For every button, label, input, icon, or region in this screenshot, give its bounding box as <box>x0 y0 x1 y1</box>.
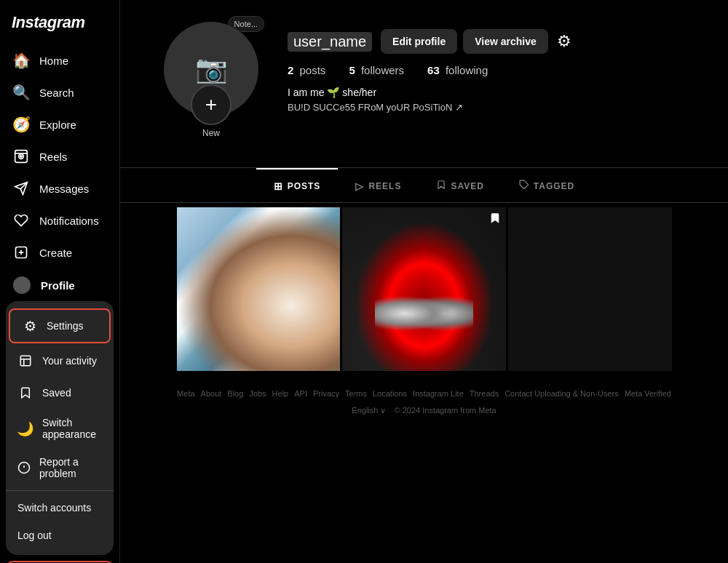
sidebar-item-create-label: Create <box>39 247 72 259</box>
following-stat[interactable]: 63 following <box>427 64 488 76</box>
saved-icon <box>17 385 33 401</box>
your-activity-icon <box>17 353 33 369</box>
posts-count: 2 <box>288 64 293 76</box>
tab-posts-label: POSTS <box>288 181 321 191</box>
sidebar-item-profile-label: Profile <box>41 279 75 292</box>
sidebar-item-reels-label: Reels <box>39 151 67 163</box>
followers-count: 5 <box>349 64 355 76</box>
logout-label: Log out <box>17 530 52 541</box>
new-story-button[interactable]: + New <box>191 84 232 138</box>
post-item-3 <box>508 207 672 371</box>
settings-icon: ⚙ <box>22 318 38 334</box>
sidebar-item-profile[interactable]: Profile <box>6 269 114 301</box>
sidebar-nav: 🏠 Home 🔍 Search 🧭 Explore Reels Messages <box>0 45 119 301</box>
reels-tab-icon: ▷ <box>355 180 364 192</box>
menu-item-your-activity[interactable]: Your activity <box>6 345 114 377</box>
edit-profile-button[interactable]: Edit profile <box>381 29 457 54</box>
report-problem-icon <box>17 460 31 476</box>
posts-tab-icon: ⊞ <box>274 180 283 192</box>
saved-tab-icon <box>436 180 446 192</box>
post-collab-badge <box>488 212 502 228</box>
create-icon <box>13 244 29 260</box>
following-label: following <box>443 64 488 76</box>
menu-item-saved[interactable]: Saved <box>6 377 114 409</box>
footer-link-meta[interactable]: Meta <box>177 387 194 402</box>
menu-item-report-problem[interactable]: Report a problem <box>6 448 114 487</box>
logout-button[interactable]: Log out <box>6 522 114 549</box>
posts-grid <box>177 205 672 373</box>
posts-grid-container <box>177 203 672 375</box>
new-story-circle[interactable]: + <box>191 84 232 125</box>
profile-info: user_name Edit profile View archive ⚙ 2 … <box>288 22 699 115</box>
new-story-label: New <box>202 128 220 138</box>
tagged-tab-icon <box>519 180 529 192</box>
post-item-2[interactable] <box>342 207 506 371</box>
tab-tagged-label: TAGGED <box>534 181 574 191</box>
tab-saved-label: SAVED <box>451 181 483 191</box>
sidebar: Instagram 🏠 Home 🔍 Search 🧭 Explore Reel… <box>0 0 120 563</box>
footer-link-contact[interactable]: Contact Uploading & Non-Users <box>505 387 619 402</box>
profile-header: Note... 📷 + New user_name Edit profile V… <box>120 0 728 131</box>
sidebar-item-notifications[interactable]: Notifications <box>6 205 114 236</box>
following-count: 63 <box>427 64 440 76</box>
sidebar-item-home-label: Home <box>39 55 68 67</box>
footer-link-locations[interactable]: Locations <box>373 387 407 402</box>
menu-item-switch-appearance[interactable]: 🌙 Switch appearance <box>6 409 114 448</box>
footer-copyright: © 2024 Instagram from Meta <box>395 406 496 415</box>
sidebar-item-messages[interactable]: Messages <box>6 173 114 204</box>
posts-label: posts <box>296 64 325 76</box>
sidebar-item-create[interactable]: Create <box>6 237 114 268</box>
footer-link-meta-verified[interactable]: Meta Verified <box>625 387 671 402</box>
bio-line1: I am me 🌱 she/her <box>288 85 699 100</box>
sidebar-item-explore[interactable]: 🧭 Explore <box>6 109 114 140</box>
tab-saved[interactable]: SAVED <box>419 168 501 202</box>
switch-appearance-icon: 🌙 <box>17 420 33 436</box>
footer-link-api[interactable]: API <box>294 387 307 402</box>
sidebar-item-reels[interactable]: Reels <box>6 141 114 172</box>
switch-accounts-button[interactable]: Switch accounts <box>6 494 114 522</box>
footer-link-jobs[interactable]: Jobs <box>249 387 266 402</box>
switch-accounts-label: Switch accounts <box>17 502 91 514</box>
footer-language[interactable]: English ∨ <box>352 406 386 415</box>
profile-stats: 2 posts 5 followers 63 following <box>288 64 699 76</box>
tab-tagged[interactable]: TAGGED <box>502 168 592 202</box>
site-footer: Meta About Blog Jobs Help API Privacy Te… <box>120 375 728 431</box>
footer-link-privacy[interactable]: Privacy <box>313 387 339 402</box>
footer-link-blog[interactable]: Blog <box>227 387 243 402</box>
svg-rect-7 <box>20 356 31 366</box>
settings-gear-button[interactable]: ⚙ <box>554 29 574 54</box>
sidebar-item-home[interactable]: 🏠 Home <box>6 45 114 76</box>
footer-link-threads[interactable]: Threads <box>470 387 499 402</box>
sidebar-item-search[interactable]: 🔍 Search <box>6 77 114 108</box>
footer-link-help[interactable]: Help <box>272 387 289 402</box>
sidebar-menu-popup: ⚙ Settings Your activity Saved 🌙 Switch … <box>6 301 114 555</box>
footer-link-about[interactable]: About <box>201 387 222 402</box>
sidebar-item-messages-label: Messages <box>39 183 89 195</box>
tab-reels[interactable]: ▷ REELS <box>338 168 419 202</box>
footer-links: Meta About Blog Jobs Help API Privacy Te… <box>132 387 716 402</box>
search-icon: 🔍 <box>13 84 29 100</box>
sidebar-item-notifications-label: Notifications <box>39 215 99 227</box>
camera-icon: 📷 <box>195 54 228 84</box>
app-logo: Instagram <box>0 0 119 39</box>
view-archive-button[interactable]: View archive <box>463 29 548 54</box>
messages-icon <box>13 180 29 196</box>
menu-item-settings[interactable]: ⚙ Settings <box>9 308 111 343</box>
profile-avatar-small <box>13 276 31 294</box>
footer-link-instagram-lite[interactable]: Instagram Lite <box>413 387 464 402</box>
footer-link-terms[interactable]: Terms <box>345 387 367 402</box>
menu-item-report-problem-label: Report a problem <box>39 456 102 479</box>
followers-label: followers <box>358 64 404 76</box>
followers-stat[interactable]: 5 followers <box>349 64 404 76</box>
bio-line2: BU!D SUCCe55 FRoM yoUR PoSiTioN ↗ <box>288 100 699 115</box>
profile-username: user_name <box>288 32 372 52</box>
profile-actions: Edit profile View archive ⚙ <box>381 29 574 54</box>
menu-item-your-activity-label: Your activity <box>42 355 97 367</box>
explore-icon: 🧭 <box>13 116 29 132</box>
posts-stat: 2 posts <box>288 64 325 76</box>
tab-posts[interactable]: ⊞ POSTS <box>256 168 339 202</box>
menu-item-settings-label: Settings <box>47 320 84 332</box>
menu-item-switch-appearance-label: Switch appearance <box>42 417 102 440</box>
post-item-1[interactable] <box>177 207 341 371</box>
sidebar-item-explore-label: Explore <box>39 119 76 131</box>
